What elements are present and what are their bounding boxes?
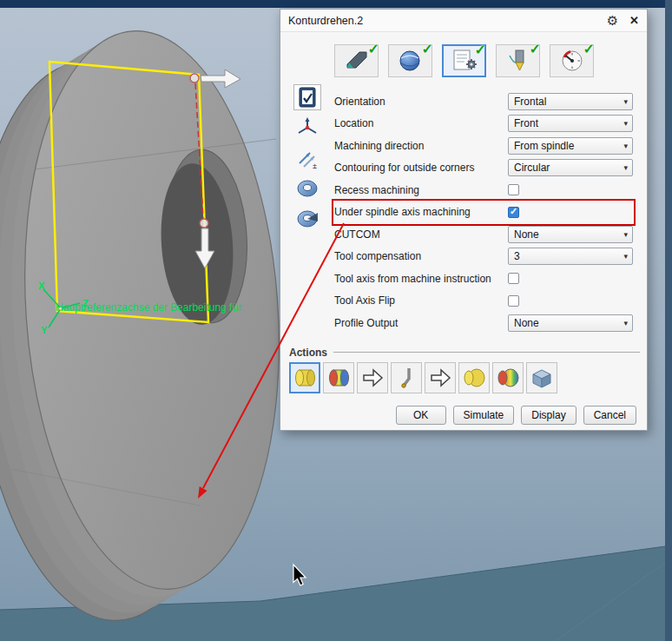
tool-motion-icon [394, 366, 418, 390]
check-icon: ✓ [530, 41, 541, 57]
cutcom-select[interactable]: None ▾ [508, 226, 633, 243]
rainbow-stock-icon [496, 366, 520, 390]
strip-stock-geometry[interactable] [293, 206, 321, 232]
field-label: Machining direction [334, 140, 424, 152]
geometry-ball-icon [398, 49, 424, 73]
action-forward-button-1[interactable] [357, 362, 388, 393]
parameters-sheet-gear-icon [451, 49, 478, 73]
tab-strategy[interactable]: ✓ [334, 44, 379, 77]
ok-button[interactable]: OK [396, 406, 446, 425]
turning-tool-icon [505, 49, 531, 73]
tab-feeds-speeds[interactable]: ✓ [550, 44, 594, 77]
strip-part-geometry[interactable] [293, 175, 321, 202]
recess-machining-checkbox[interactable] [508, 184, 519, 195]
action-icons-row [289, 362, 640, 393]
action-tool-button[interactable] [391, 362, 422, 393]
action-output-button[interactable] [526, 362, 557, 393]
tool-axis-from-machine-checkbox[interactable] [508, 273, 519, 284]
check-icon: ✓ [510, 207, 517, 216]
orientation-select[interactable]: Frontal ▾ [508, 93, 633, 110]
strip-offsets[interactable]: ± [293, 145, 321, 171]
actions-divider [333, 352, 640, 354]
tab-geometry[interactable]: ✓ [388, 44, 432, 77]
chevron-down-icon: ▾ [623, 97, 628, 106]
chevron-down-icon: ▾ [623, 252, 628, 261]
konturdrehen-dialog: Konturdrehen.2 ⚙ ✕ ✓ ✓ [280, 9, 648, 431]
tab-machining-parameters[interactable]: ✓ [442, 44, 486, 77]
axis-endpoint-bottom [200, 219, 208, 228]
left-icon-strip: ± [289, 84, 326, 232]
svg-text:±: ± [313, 162, 317, 169]
dialog-titlebar[interactable]: Konturdrehen.2 ⚙ ✕ [280, 10, 647, 32]
strip-reference-axis[interactable] [293, 115, 321, 141]
cancel-button[interactable]: Cancel [583, 406, 636, 425]
contouring-select[interactable]: Circular ▾ [508, 159, 633, 176]
strategy-tool-icon [342, 49, 372, 73]
field-row-tool-axis-flip: Tool Axis Flip [334, 290, 633, 313]
check-icon: ✓ [422, 41, 433, 57]
yellow-stock-icon [462, 366, 486, 390]
field-label: CUTCOM [334, 228, 380, 241]
yellow-cylinder-icon [293, 366, 317, 390]
rainbow-cylinder-icon [326, 366, 351, 390]
field-label: Location [334, 117, 373, 129]
top-window-edge [0, 0, 672, 8]
tab-tool[interactable]: ✓ [496, 44, 540, 77]
location-select[interactable]: Front ▾ [508, 115, 633, 132]
action-forward-button-2[interactable] [425, 362, 456, 393]
action-stock-button[interactable] [458, 362, 490, 393]
field-row-profile-output: Profile Output None ▾ [334, 312, 633, 334]
check-icon: ✓ [475, 42, 486, 58]
titlebar-icons: ⚙ ✕ [607, 14, 639, 27]
field-row-location: Location Front ▾ [334, 113, 633, 135]
chevron-down-icon: ▾ [623, 163, 628, 172]
field-row-machining-direction: Machining direction From spindle ▾ [334, 135, 633, 157]
right-arrow-icon [360, 366, 385, 390]
field-row-tool-axis-machine: Tool axis from machine instruction [334, 268, 633, 290]
speedometer-icon [558, 49, 586, 73]
strip-operation-checklist[interactable] [293, 84, 321, 110]
field-row-cutcom: CUTCOM None ▾ [334, 223, 633, 246]
actions-header: Actions [289, 347, 640, 359]
profile-output-select[interactable]: None ▾ [508, 314, 633, 332]
field-row-contouring: Contouring for outside corners Circular … [334, 157, 633, 180]
field-label: Tool Axis Flip [334, 294, 395, 307]
parameters-form: Orientation Frontal ▾ Location Front ▾ M… [334, 90, 633, 334]
right-arrow-icon [428, 366, 452, 390]
chevron-down-icon: ▾ [623, 119, 628, 128]
field-label: Tool axis from machine instruction [334, 273, 491, 285]
tool-axis-flip-checkbox[interactable] [508, 295, 519, 307]
field-label: Tool compensation [334, 250, 421, 262]
offset-arrows-icon: ± [296, 147, 319, 169]
axis-label-y: Y [41, 325, 48, 335]
field-label: Contouring for outside corners [334, 162, 474, 174]
actions-section: Actions [289, 347, 640, 393]
action-stock-rendered-button[interactable] [492, 362, 524, 393]
field-label: Recess machining [334, 184, 419, 196]
field-row-recess-machining: Recess machining [334, 179, 633, 202]
machining-direction-select[interactable]: From spindle ▾ [508, 137, 633, 155]
green-annotation-text: Hauptreferenzachse der Bearbeitung für [56, 301, 241, 314]
settings-gear-icon[interactable]: ⚙ [607, 14, 618, 27]
dialog-title: Konturdrehen.2 [288, 15, 363, 27]
field-row-tool-compensation: Tool compensation 3 ▾ [334, 246, 633, 268]
display-button[interactable]: Display [521, 406, 576, 425]
clipboard-check-icon [297, 86, 318, 109]
close-icon[interactable]: ✕ [629, 15, 639, 26]
action-part-button[interactable] [289, 362, 320, 393]
under-spindle-axis-checkbox[interactable]: ✓ [508, 207, 519, 218]
torus-section-icon [296, 208, 319, 229]
tab-strip: ✓ ✓ [334, 44, 594, 77]
check-icon: ✓ [368, 41, 379, 57]
field-label: Profile Output [334, 317, 398, 329]
dialog-buttons: OK Simulate Display Cancel [396, 406, 636, 425]
check-icon: ✓ [583, 41, 595, 57]
action-part-rendered-button[interactable] [323, 362, 354, 393]
axis-endpoint-top [190, 74, 199, 83]
tool-compensation-select[interactable]: 3 ▾ [508, 248, 633, 265]
torus-icon [296, 178, 319, 199]
right-window-edge [665, 0, 672, 641]
axis-system-icon [296, 116, 319, 139]
chevron-down-icon: ▾ [623, 319, 628, 327]
simulate-button[interactable]: Simulate [453, 406, 515, 425]
